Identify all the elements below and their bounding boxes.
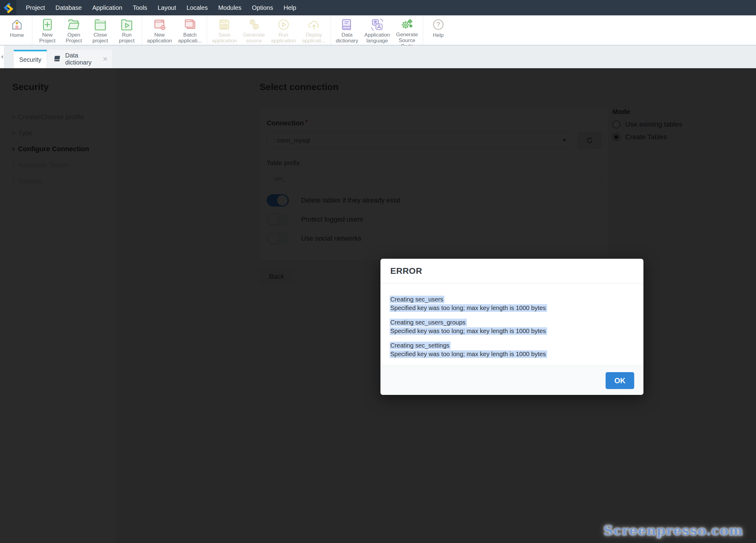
error-dialog-body: Creating sec_users Specified key was too… [380, 283, 643, 358]
generate-source-icon [247, 18, 261, 31]
book-icon [53, 55, 61, 63]
error-dialog-footer: OK [380, 366, 643, 395]
open-project-icon [67, 18, 81, 31]
error-dialog-title: ERROR [390, 266, 422, 276]
svg-text:?: ? [436, 21, 440, 28]
tab-data-dictionary-label: Data dictionary [65, 52, 103, 66]
toolbar-save-application: Save application [209, 15, 240, 45]
menubar: Project Database Application Tools Layou… [0, 0, 756, 15]
toolbar-close-project[interactable]: Close project [87, 15, 113, 45]
run-project-icon [120, 18, 134, 31]
batch-applications-icon [183, 18, 197, 31]
close-project-icon [93, 18, 107, 31]
toolbar-application-language[interactable]: Application language [361, 15, 393, 45]
toolbar-run-project[interactable]: Run project [113, 15, 140, 45]
sidebar-collapse-button[interactable] [0, 46, 4, 68]
deploy-application-icon [307, 18, 321, 31]
toolbar-new-application[interactable]: New application [144, 15, 175, 45]
tab-security[interactable]: Security [14, 50, 47, 68]
new-project-icon [41, 18, 54, 31]
menu-help[interactable]: Help [278, 4, 301, 11]
screenpresso-watermark: Screenpresso.com [603, 523, 743, 538]
new-application-icon [153, 18, 166, 31]
ok-button[interactable]: OK [606, 372, 634, 389]
menu-options[interactable]: Options [247, 4, 278, 11]
toolbar-batch-applications[interactable]: Batch applicati... [175, 15, 205, 45]
toolbar-data-dictionary[interactable]: Data dictionary [333, 15, 361, 45]
tab-security-label: Security [19, 56, 41, 63]
menu-database[interactable]: Database [50, 4, 87, 11]
tabbar: Security Data dictionary × [0, 46, 756, 68]
error-group: Creating sec_users_groups Specified key … [390, 318, 634, 335]
tab-data-dictionary[interactable]: Data dictionary × [47, 50, 112, 68]
error-group: Creating sec_users Specified key was too… [390, 295, 634, 312]
error-group: Creating sec_settings Specified key was … [390, 341, 634, 358]
error-line: Specified key was too long; max key leng… [390, 350, 547, 358]
application-language-icon [370, 18, 384, 31]
toolbar-generate-source: Generate source [240, 15, 268, 45]
run-application-icon [277, 18, 290, 31]
error-line: Specified key was too long; max key leng… [390, 304, 547, 312]
error-line: Creating sec_settings [390, 342, 451, 349]
menu-tools[interactable]: Tools [128, 4, 153, 11]
data-dictionary-icon [341, 18, 353, 31]
error-line: Creating sec_users [390, 295, 444, 303]
toolbar-help[interactable]: ? Help [425, 15, 452, 45]
generate-source-code-icon [400, 18, 414, 31]
home-icon [10, 18, 24, 32]
toolbar-open-project[interactable]: Open Project [61, 15, 87, 45]
app-logo[interactable] [0, 0, 16, 15]
toolbar-deploy-application: Deploy applicati... [299, 15, 329, 45]
error-line: Specified key was too long; max key leng… [390, 327, 547, 335]
menu-application[interactable]: Application [87, 4, 128, 11]
menu-layout[interactable]: Layout [152, 4, 181, 11]
scriptcase-logo-icon [2, 2, 14, 14]
toolbar: Home New Project Open Project [0, 15, 756, 46]
error-line: Creating sec_users_groups [390, 319, 467, 326]
menu-items: Project Database Application Tools Layou… [21, 0, 301, 15]
menu-locales[interactable]: Locales [181, 4, 213, 11]
toolbar-run-application: Run application [268, 15, 299, 45]
toolbar-home[interactable]: Home [4, 15, 30, 45]
help-icon: ? [432, 18, 445, 32]
collapse-left-icon [1, 55, 3, 59]
menu-modules[interactable]: Modules [213, 4, 247, 11]
menu-project[interactable]: Project [21, 4, 50, 11]
toolbar-generate-source-code[interactable]: Generate Source Code [393, 15, 421, 45]
error-dialog: ERROR Creating sec_users Specified key w… [380, 259, 643, 395]
save-application-icon [218, 18, 231, 31]
toolbar-new-project[interactable]: New Project [34, 15, 61, 45]
error-dialog-header: ERROR [380, 259, 643, 283]
tab-close-icon[interactable]: × [103, 55, 108, 63]
